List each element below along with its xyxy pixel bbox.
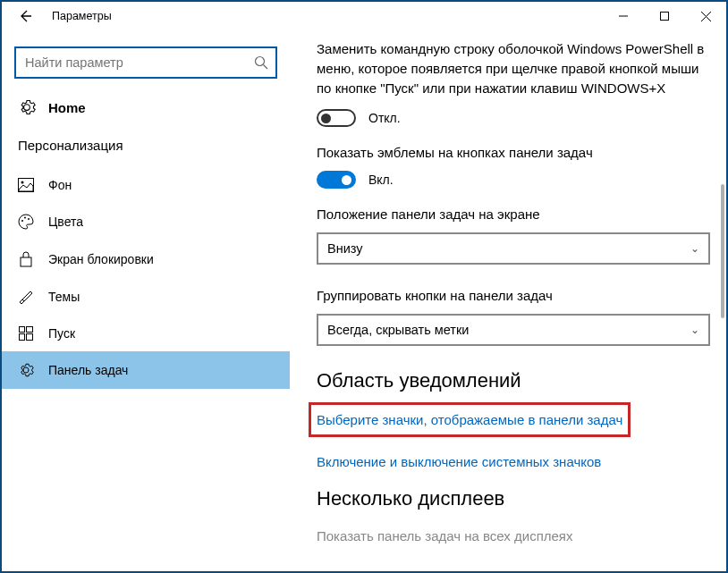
sidebar-item-themes[interactable]: Темы: [2, 278, 290, 316]
home-button[interactable]: Home: [2, 98, 290, 129]
powershell-toggle[interactable]: [317, 109, 356, 127]
dropdown-value: Внизу: [327, 241, 690, 256]
titlebar: Параметры: [2, 2, 726, 30]
scrollbar-thumb[interactable]: [721, 184, 724, 318]
search-icon: [254, 55, 268, 70]
chevron-down-icon: ⌄: [690, 324, 699, 336]
minimize-button[interactable]: [603, 2, 644, 30]
sidebar-item-background[interactable]: Фон: [2, 167, 290, 203]
svg-point-7: [21, 181, 24, 184]
content-area: Home Персонализация Фон Цвета Экран блок…: [2, 30, 726, 571]
svg-point-8: [21, 220, 23, 222]
image-icon: [18, 178, 34, 192]
svg-rect-11: [21, 257, 31, 266]
sidebar-item-label: Фон: [48, 178, 72, 192]
maximize-icon: [660, 12, 669, 21]
palette-icon: [18, 214, 34, 230]
powershell-description: Заменить командную строку оболочкой Wind…: [317, 39, 710, 98]
category-title: Персонализация: [2, 129, 290, 167]
sidebar-item-label: Экран блокировки: [48, 252, 154, 266]
arrow-left-icon: [18, 9, 32, 23]
svg-rect-1: [661, 13, 669, 21]
group-dropdown[interactable]: Всегда, скрывать метки ⌄: [317, 314, 710, 346]
sidebar-item-lockscreen[interactable]: Экран блокировки: [2, 240, 290, 278]
back-button[interactable]: [9, 2, 41, 30]
search-field[interactable]: [25, 55, 254, 70]
home-label: Home: [48, 100, 86, 115]
svg-point-4: [256, 57, 265, 66]
main-panel: Заменить командную строку оболочкой Wind…: [290, 30, 726, 571]
close-button[interactable]: [685, 2, 726, 30]
position-label: Положение панели задач на экране: [317, 206, 710, 222]
sidebar-item-colors[interactable]: Цвета: [2, 203, 290, 240]
window-title: Параметры: [52, 10, 112, 22]
sidebar-item-taskbar[interactable]: Панель задач: [2, 351, 290, 389]
lock-icon: [18, 251, 34, 267]
sidebar: Home Персонализация Фон Цвета Экран блок…: [2, 30, 290, 571]
system-icons-link[interactable]: Включение и выключение системных значков: [317, 454, 710, 469]
brush-icon: [18, 289, 34, 305]
search-input[interactable]: [14, 46, 277, 79]
svg-line-5: [264, 65, 268, 70]
svg-rect-15: [27, 334, 33, 341]
emblems-label: Показать эмблемы на кнопках панели задач: [317, 145, 710, 160]
group-label: Группировать кнопки на панели задач: [317, 288, 710, 303]
sidebar-item-label: Пуск: [48, 326, 75, 341]
dropdown-value: Всегда, скрывать метки: [327, 323, 690, 337]
multi-display-section-title: Несколько дисплеев: [317, 487, 710, 510]
sidebar-item-label: Панель задач: [48, 363, 128, 377]
multi-display-desc: Показать панель задач на всех дисплеях: [317, 528, 710, 544]
sidebar-item-label: Цвета: [48, 215, 83, 229]
svg-rect-6: [19, 179, 34, 192]
toggle-state-label: Откл.: [368, 111, 401, 125]
chevron-down-icon: ⌄: [690, 242, 699, 255]
sidebar-item-start[interactable]: Пуск: [2, 316, 290, 351]
start-icon: [18, 326, 34, 341]
gear-icon: [18, 362, 34, 378]
window-controls: [603, 2, 726, 30]
svg-rect-12: [20, 327, 25, 333]
svg-point-10: [28, 218, 30, 220]
notification-section-title: Область уведомлений: [317, 369, 710, 392]
svg-rect-14: [20, 334, 25, 341]
toggle-state-label: Вкл.: [368, 173, 394, 187]
svg-rect-13: [27, 327, 33, 333]
gear-icon: [18, 98, 36, 116]
close-icon: [701, 12, 711, 21]
sidebar-item-label: Темы: [48, 290, 80, 304]
maximize-button[interactable]: [644, 2, 685, 30]
minimize-icon: [619, 12, 628, 21]
select-taskbar-icons-link[interactable]: Выберите значки, отображаемые в панели з…: [317, 410, 622, 429]
emblems-toggle[interactable]: [317, 171, 356, 189]
svg-point-9: [24, 217, 26, 219]
position-dropdown[interactable]: Внизу ⌄: [317, 232, 710, 265]
